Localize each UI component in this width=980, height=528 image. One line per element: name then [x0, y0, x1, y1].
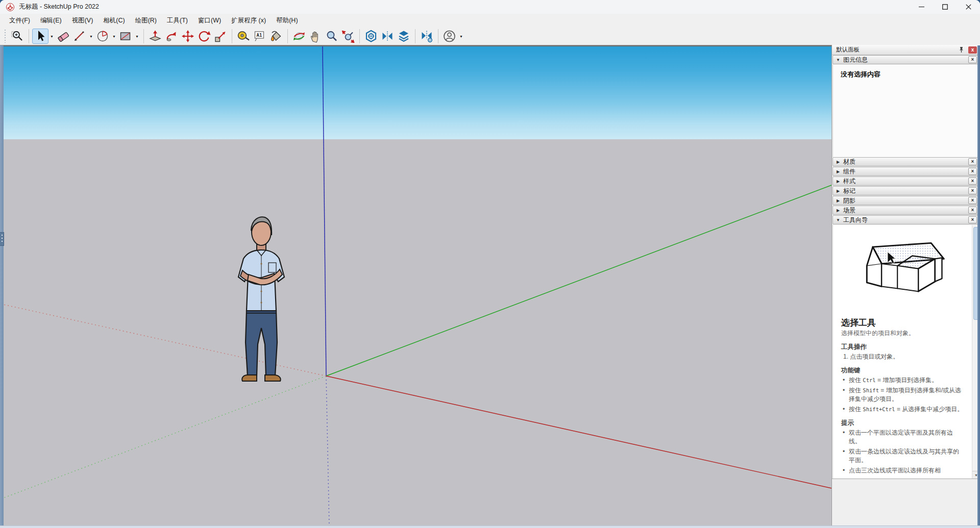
entity-info-content: 没有选择内容	[832, 65, 980, 157]
close-icon[interactable]: ×	[968, 56, 977, 63]
close-icon[interactable]: ×	[968, 178, 977, 185]
menu-item-3[interactable]: 相机(C)	[98, 14, 130, 27]
tool-select-button[interactable]	[32, 29, 48, 44]
tool-text-button[interactable]: A1	[252, 29, 268, 44]
modifier-item-2: 按住 Shift+Ctrl = 从选择集中减少项目。	[841, 405, 965, 414]
tool-line-dropdown[interactable]: ▼	[88, 29, 94, 44]
instructor-subtitle: 选择模型中的项目和对象。	[841, 329, 965, 338]
move-icon	[181, 30, 194, 43]
close-icon[interactable]: ×	[968, 158, 977, 165]
tool-zoom-extents-button[interactable]	[340, 29, 356, 44]
modeling-viewport[interactable]	[4, 45, 831, 525]
section-2[interactable]: ▶样式×	[832, 177, 980, 186]
menu-item-4[interactable]: 绘图(R)	[130, 14, 162, 27]
chevron-right-icon: ▶	[833, 169, 843, 174]
select-icon	[34, 30, 47, 43]
tip-item-0: 双击一个平面以选定该平面及其所有边线。	[841, 429, 965, 446]
follow-me-icon	[165, 30, 178, 43]
extension-layers-icon	[397, 30, 410, 43]
extension-flip-gear-icon	[420, 30, 433, 43]
tool-pan-button[interactable]	[307, 29, 324, 44]
scale-icon	[214, 30, 227, 43]
tray-close-button[interactable]: x	[968, 46, 977, 54]
red-axis-dotted	[4, 305, 326, 376]
chevron-right-icon: ▶	[833, 179, 843, 184]
collapsed-tray-tab[interactable]	[0, 232, 4, 246]
tool-account-dropdown[interactable]: ▼	[458, 29, 464, 44]
tool-rectangle-button[interactable]	[117, 29, 134, 44]
scale-figure-person	[238, 217, 284, 381]
toolbar-grip[interactable]	[4, 30, 6, 43]
tool-push-pull-button[interactable]	[147, 29, 163, 44]
close-icon[interactable]: ×	[968, 207, 977, 214]
close-button[interactable]	[957, 0, 980, 14]
toolbar: ▼▼▼▼A1▼	[0, 28, 980, 45]
menu-item-6[interactable]: 窗口(W)	[193, 14, 226, 27]
red-axis	[326, 376, 831, 488]
tool-move-button[interactable]	[180, 29, 196, 44]
section-instructor[interactable]: ▼ 工具向导 ×	[832, 215, 980, 224]
menu-item-8[interactable]: 帮助(H)	[271, 14, 303, 27]
tool-arc-button[interactable]	[94, 29, 111, 44]
tip-item-1: 双击一条边线以选定该边线及与其共享的平面。	[841, 447, 965, 465]
menu-item-1[interactable]: 编辑(E)	[35, 14, 67, 27]
tool-account-button[interactable]	[442, 29, 458, 44]
svg-text:A1: A1	[257, 33, 262, 38]
tool-rotate-button[interactable]	[196, 29, 212, 44]
menu-item-5[interactable]: 工具(T)	[162, 14, 193, 27]
tool-orbit-button[interactable]	[291, 29, 307, 44]
account-icon	[443, 30, 456, 43]
section-0[interactable]: ▶材质×	[832, 157, 980, 166]
extension-gear-icon	[364, 30, 378, 43]
tray-title: 默认面板	[836, 46, 957, 54]
operation-step: 1. 点击项目或对象。	[841, 353, 965, 361]
tool-paint-bucket-button[interactable]	[268, 29, 284, 44]
close-icon[interactable]: ×	[968, 197, 977, 204]
tool-select-dropdown[interactable]: ▼	[48, 29, 55, 44]
section-1[interactable]: ▶组件×	[832, 167, 980, 176]
tool-zoom-button[interactable]	[324, 29, 340, 44]
pin-icon[interactable]	[957, 46, 965, 54]
tool-zoom-window-button[interactable]	[9, 29, 26, 44]
close-icon[interactable]: ×	[968, 168, 977, 175]
section-entity-info[interactable]: ▼ 图元信息 ×	[832, 55, 980, 64]
rectangle-icon	[119, 30, 132, 43]
window-right-edge	[977, 45, 980, 525]
menu-item-2[interactable]: 视图(V)	[67, 14, 99, 27]
tray-header: 默认面板 x	[832, 45, 980, 55]
tip-item-2: 点击三次边线或平面以选择所有相	[841, 466, 965, 475]
menu-item-7[interactable]: 扩展程序 (x)	[226, 14, 271, 27]
close-icon[interactable]: ×	[968, 187, 977, 194]
minimize-button[interactable]	[910, 0, 933, 14]
toolbar-separator	[143, 29, 144, 43]
tool-line-button[interactable]	[71, 29, 88, 44]
section-3[interactable]: ▶标记×	[832, 186, 980, 195]
tool-extension-flip-button[interactable]	[379, 29, 396, 44]
window-bottom-edge	[0, 525, 980, 528]
tool-extension-flip-gear-button[interactable]	[419, 29, 435, 44]
sketchup-logo-icon	[6, 3, 14, 11]
toolbar-separator	[359, 29, 360, 43]
green-axis	[326, 185, 831, 376]
pan-icon	[309, 30, 322, 43]
tool-scale-button[interactable]	[212, 29, 229, 44]
chevron-down-icon: ▼	[833, 218, 843, 222]
maximize-button[interactable]	[933, 0, 957, 14]
tool-rectangle-dropdown[interactable]: ▼	[134, 29, 140, 44]
menu-item-0[interactable]: 文件(F)	[4, 14, 35, 27]
tool-eraser-button[interactable]	[55, 29, 71, 44]
section-4[interactable]: ▶阴影×	[832, 196, 980, 205]
tool-extension-gear-button[interactable]	[363, 29, 379, 44]
tool-arc-dropdown[interactable]: ▼	[111, 29, 117, 44]
tool-follow-me-button[interactable]	[163, 29, 180, 44]
toolbar-separator	[287, 29, 288, 43]
close-icon[interactable]: ×	[968, 216, 977, 223]
tool-tape-measure-button[interactable]	[235, 29, 252, 44]
tool-extension-layers-button[interactable]	[396, 29, 412, 44]
instructor-content: 选择工具 选择模型中的项目和对象。 工具操作 1. 点击项目或对象。 功能键 按…	[832, 225, 980, 479]
toolbar-separator	[29, 29, 29, 43]
eraser-icon	[57, 30, 70, 43]
window-title: 无标题 - SketchUp Pro 2022	[19, 3, 99, 11]
drawing-axes	[4, 46, 831, 525]
section-5[interactable]: ▶场景×	[832, 206, 980, 215]
